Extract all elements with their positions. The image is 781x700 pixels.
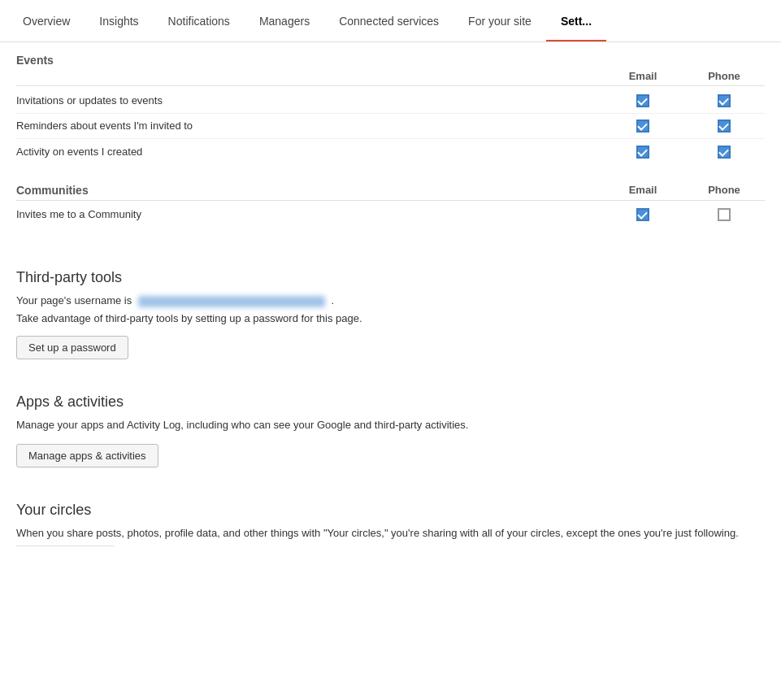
communities-row-1-email-check[interactable] [602,208,683,222]
events-row-1-phone-check[interactable] [683,93,765,107]
apps-activities-desc: Manage your apps and Activity Log, inclu… [16,419,765,431]
communities-row-1: Invites me to a Community [16,202,765,228]
communities-header-row: Communities Email Phone [16,184,765,201]
checkbox-communities-1-email[interactable] [636,208,649,221]
events-section: Events Email Phone Invitations or update… [16,50,765,164]
events-row-3: Activity on events I created [16,139,765,164]
checkbox-events-2-email[interactable] [636,120,649,133]
main-content: Events Email Phone Invitations or update… [0,42,781,563]
events-email-col-header: Email [602,70,683,82]
events-row-1-label: Invitations or updates to events [16,94,602,107]
events-row-2: Reminders about events I'm invited to [16,114,765,140]
communities-email-col-header: Email [602,184,683,196]
checkbox-events-1-email[interactable] [636,94,649,107]
nav-item-connected-services[interactable]: Connected services [324,0,453,42]
navigation-bar: Overview Insights Notifications Managers… [0,0,781,42]
communities-phone-col-header: Phone [683,184,765,196]
events-phone-col-header: Phone [683,70,765,82]
nav-item-settings[interactable]: Sett... [546,0,606,42]
your-circles-section: Your circles When you share posts, photo… [16,502,765,546]
spacer-1 [16,169,765,184]
nav-item-managers[interactable]: Managers [245,0,324,42]
third-party-desc-prefix: Your page's username is [16,294,132,307]
third-party-desc-1: Your page's username is . [16,294,765,307]
apps-activities-section: Apps & activities Manage your apps and A… [16,393,765,467]
circles-section-bottom-line [16,546,114,546]
your-circles-desc: When you share posts, photos, profile da… [16,527,765,539]
checkbox-events-2-phone[interactable] [718,120,731,133]
events-row-2-phone-check[interactable] [683,120,765,133]
third-party-desc-suffix: . [331,294,334,307]
third-party-username-blurred [138,296,325,307]
communities-heading: Communities [16,184,602,197]
nav-item-notifications[interactable]: Notifications [154,0,245,42]
events-row-1-email-check[interactable] [602,93,683,107]
events-header-row: Email Phone [16,70,765,86]
checkbox-events-1-phone[interactable] [718,94,731,107]
events-row-3-phone-check[interactable] [683,145,765,159]
events-row-3-email-check[interactable] [602,145,683,159]
third-party-section: Third-party tools Your page's username i… [16,269,765,359]
nav-item-overview[interactable]: Overview [8,0,85,42]
checkbox-events-3-email[interactable] [636,146,649,159]
communities-row-1-label: Invites me to a Community [16,208,602,220]
apps-activities-title: Apps & activities [16,393,765,411]
third-party-title: Third-party tools [16,269,765,286]
communities-section: Communities Email Phone Invites me to a … [16,184,765,228]
spacer-3 [16,379,765,393]
checkbox-events-3-phone[interactable] [718,146,731,159]
checkbox-communities-1-phone[interactable] [718,208,731,221]
communities-heading-text: Communities [16,184,89,197]
manage-apps-button[interactable]: Manage apps & activities [16,444,158,467]
nav-item-for-your-site[interactable]: For your site [453,0,546,42]
spacer-4 [16,487,765,502]
third-party-desc-2: Take advantage of third-party tools by s… [16,312,765,324]
events-row-2-email-check[interactable] [602,120,683,133]
events-row-1: Invitations or updates to events [16,88,765,114]
events-row-3-label: Activity on events I created [16,146,602,158]
events-row-2-label: Reminders about events I'm invited to [16,120,602,132]
nav-item-insights[interactable]: Insights [85,0,153,42]
communities-row-1-phone-check[interactable] [683,208,765,222]
events-heading: Events [16,50,765,70]
set-up-password-button[interactable]: Set up a password [16,336,128,359]
spacer-2 [16,232,765,250]
your-circles-title: Your circles [16,502,765,519]
